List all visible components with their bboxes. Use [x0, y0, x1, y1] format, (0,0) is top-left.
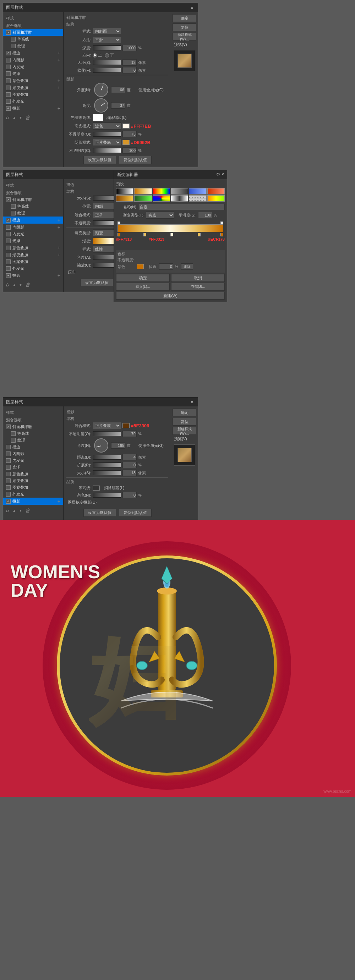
dialog3-close[interactable]: ×: [189, 399, 195, 405]
shadow3-opacity-input[interactable]: [123, 431, 137, 437]
contour-checkbox-3[interactable]: [11, 431, 16, 436]
stroke-plus-2[interactable]: +: [57, 217, 60, 223]
ge-name-input[interactable]: [139, 204, 225, 210]
trash-icon-3[interactable]: 🗑: [25, 508, 30, 513]
style-item-bevel-2[interactable]: 斜面和浮雕: [3, 196, 63, 203]
texture-checkbox-2[interactable]: [11, 211, 16, 215]
swatch-transparent[interactable]: [171, 188, 188, 194]
size-input[interactable]: [123, 59, 137, 66]
gradient-overlay-checkbox-3[interactable]: [6, 479, 11, 483]
dialog1-close[interactable]: ×: [189, 5, 195, 11]
shadow3-distance-input[interactable]: [123, 454, 137, 460]
swatch-blue[interactable]: [189, 188, 206, 194]
ge-save-btn[interactable]: 存储(J)...: [171, 283, 225, 291]
shadow3-color-swatch[interactable]: [123, 423, 130, 428]
shadow-mode-select[interactable]: 正片叠底: [93, 139, 121, 146]
drop-shadow-checkbox-2[interactable]: [6, 273, 11, 278]
shadow3-angle-widget[interactable]: [94, 438, 108, 453]
style-item-satin[interactable]: 光泽: [3, 70, 63, 77]
inner-glow-checkbox-3[interactable]: [6, 458, 11, 463]
style-item-drop-shadow[interactable]: 投影 +: [3, 105, 63, 112]
new-style-btn-3[interactable]: 新建样式(W)...: [172, 427, 196, 435]
inner-shadow-plus[interactable]: +: [57, 57, 60, 63]
ok-btn-3[interactable]: 确定: [172, 409, 196, 416]
color-stop-1[interactable]: [118, 233, 120, 236]
drop-shadow-plus-3[interactable]: +: [57, 498, 60, 504]
color-stop-4[interactable]: [198, 233, 201, 236]
texture-checkbox-3[interactable]: [11, 438, 16, 442]
shadow3-opacity-slider[interactable]: [93, 431, 121, 436]
gradient-editor-close[interactable]: ×: [221, 172, 224, 178]
texture-checkbox[interactable]: [11, 44, 16, 48]
style-item-drop-shadow-3[interactable]: 投影 +: [3, 498, 63, 505]
swatch-red[interactable]: [207, 188, 225, 194]
outer-glow-checkbox-3[interactable]: [6, 492, 11, 496]
inner-glow-checkbox-2[interactable]: [6, 232, 11, 236]
swatch-conic[interactable]: [153, 195, 170, 202]
gradient-editor-gear[interactable]: ⚙: [216, 172, 220, 178]
style-item-inner-shadow[interactable]: 内阴影 +: [3, 56, 63, 64]
swatch-rainbow[interactable]: [153, 188, 170, 194]
style-item-stroke-3[interactable]: 描边: [3, 444, 63, 450]
pattern-overlay-checkbox-3[interactable]: [6, 485, 11, 490]
reset-default-btn-3[interactable]: 复位到默认值: [119, 509, 151, 517]
altitude-input[interactable]: [111, 102, 125, 108]
color-overlay-plus[interactable]: +: [57, 78, 60, 83]
style-item-texture-2[interactable]: 纹理: [3, 210, 63, 216]
style-item-contour[interactable]: 等高线: [3, 36, 63, 43]
stroke-checkbox-2[interactable]: [6, 218, 11, 223]
pattern-overlay-checkbox-2[interactable]: [6, 259, 11, 264]
down-arrow-3[interactable]: ▼: [19, 509, 22, 512]
color-info-swatch[interactable]: [137, 264, 144, 269]
new-style-btn-1[interactable]: 新建样式(W)...: [172, 33, 196, 40]
style-item-outer-glow[interactable]: 外发光: [3, 98, 63, 105]
ok-btn-1[interactable]: 确定: [172, 14, 196, 22]
satin-checkbox[interactable]: [6, 72, 11, 76]
drop-shadow-checkbox-3[interactable]: [6, 499, 11, 504]
shadow3-angle-input[interactable]: [111, 442, 125, 449]
inner-shadow-checkbox[interactable]: [6, 58, 11, 62]
drop-shadow-checkbox[interactable]: [6, 106, 11, 111]
ge-type-select[interactable]: 实底: [146, 212, 174, 219]
stroke-checkbox[interactable]: [6, 51, 11, 56]
shadow3-contour-preview[interactable]: [93, 485, 100, 490]
swatch-wtw[interactable]: [171, 195, 188, 202]
highlight-mode-select[interactable]: 滤色: [93, 123, 121, 130]
swatch-green[interactable]: [134, 195, 151, 202]
style-item-gradient-overlay[interactable]: 渐变叠加 +: [3, 84, 63, 91]
contour-checkbox[interactable]: [11, 37, 16, 41]
inner-shadow-checkbox-3[interactable]: [6, 452, 11, 456]
drop-shadow-plus[interactable]: +: [57, 105, 60, 111]
gradient-main-bar[interactable]: [118, 224, 223, 232]
style-item-inner-shadow-2[interactable]: 内阴影 +: [3, 224, 63, 231]
altitude-widget[interactable]: [94, 98, 108, 113]
bevel-checkbox-2[interactable]: [6, 197, 11, 202]
set-default-btn-3[interactable]: 设置为默认值: [83, 509, 116, 517]
outer-glow-checkbox-2[interactable]: [6, 266, 11, 271]
reset-btn-1[interactable]: 复位: [172, 24, 196, 31]
bevel-checkbox[interactable]: [6, 30, 11, 35]
swatch-warm[interactable]: [207, 195, 225, 202]
up-arrow[interactable]: ▲: [13, 116, 16, 119]
inner-shadow-checkbox-2[interactable]: [6, 225, 11, 230]
gradient-overlay-checkbox[interactable]: [6, 86, 11, 90]
gradient-overlay-plus[interactable]: +: [57, 85, 60, 91]
inner-glow-checkbox[interactable]: [6, 65, 11, 69]
gradient-overlay-checkbox-2[interactable]: [6, 253, 11, 257]
dir-up[interactable]: 上: [93, 52, 102, 58]
style-item-pattern-overlay-2[interactable]: 图案叠加: [3, 258, 63, 265]
style-item-texture-3[interactable]: 纹理: [3, 437, 63, 444]
color-stop-3[interactable]: [170, 233, 173, 236]
style-item-pattern-overlay[interactable]: 图案叠加: [3, 91, 63, 98]
reset-default-btn[interactable]: 复位到默认值: [119, 156, 151, 164]
style-select[interactable]: 内斜面: [93, 28, 121, 35]
angle-widget[interactable]: [94, 83, 108, 97]
bevel-checkbox-3[interactable]: [6, 425, 11, 429]
highlight-color-swatch[interactable]: [123, 124, 130, 129]
style-item-inner-glow[interactable]: 内发光: [3, 64, 63, 70]
set-default-btn[interactable]: 设置为默认值: [83, 156, 116, 164]
pattern-overlay-checkbox[interactable]: [6, 92, 11, 97]
style-item-inner-glow-2[interactable]: 内发光: [3, 231, 63, 237]
highlight-opacity-slider[interactable]: [93, 132, 121, 137]
style-item-contour-3[interactable]: 等高线: [3, 430, 63, 437]
